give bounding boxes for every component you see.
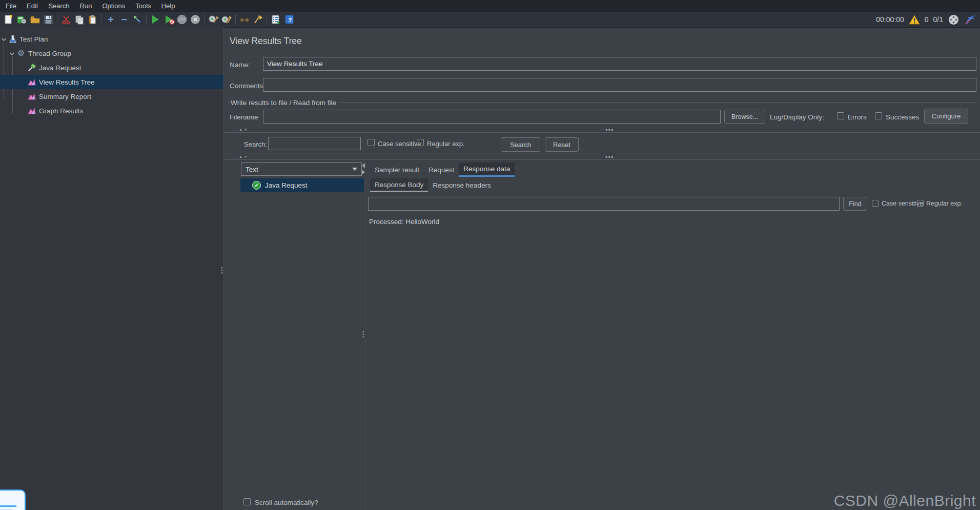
new-file-icon[interactable] [2,13,15,26]
menu-help[interactable]: Help [157,1,181,11]
menu-run[interactable]: Run [75,1,98,11]
add-icon[interactable]: + [104,13,117,26]
subtab-response-headers[interactable]: Response headers [428,178,495,192]
save-icon[interactable] [42,13,55,26]
tab-sampler-result[interactable]: Sampler result [370,162,424,177]
toolbar-separator [57,14,57,25]
chevron-down-icon [352,168,357,171]
chevron-down-icon[interactable] [9,51,15,56]
tree-item-label: Java Request [39,64,81,72]
tree-item-view-results-tree[interactable]: View Results Tree [0,75,223,89]
chevron-down-icon[interactable] [1,36,7,42]
help-icon[interactable]: ? [282,13,296,26]
results-splitter[interactable] [365,160,365,510]
tree-item-test-plan[interactable]: Test Plan [0,32,223,46]
tree-item-thread-group[interactable]: ⚙ Thread Group [0,46,223,60]
toolbar-separator [235,14,236,25]
scroll-automatically-checkbox[interactable] [243,498,251,505]
paste-icon[interactable] [86,13,99,26]
splitter-collapse-arrows[interactable]: ▲▼ [239,155,249,158]
successes-checkbox[interactable] [875,112,882,119]
test-stopped-indicator-icon [948,13,959,26]
tree-item-graph-results[interactable]: Graph Results [0,104,223,118]
find-regular-exp-label: Regular exp. [926,200,963,207]
tree-item-label: Thread Group [28,50,71,57]
find-input[interactable] [368,197,840,211]
svg-text:?: ? [288,17,292,23]
results-splitter-handle[interactable]: ••• [362,331,364,338]
menu-file[interactable]: File [1,1,22,11]
shutdown-icon[interactable]: ✕ [189,13,202,26]
cut-icon[interactable] [59,13,73,26]
find-button[interactable]: Find [843,197,867,211]
corner-popup[interactable] [0,489,26,510]
menu-options[interactable]: Options [97,1,131,11]
toolbar-status: 00:00:00 0 0/1 [876,12,976,27]
menu-bar: File Edit Search Run Options Tools Help [0,0,980,12]
find-regular-exp-checkbox[interactable] [917,200,924,207]
configure-button[interactable]: Configure [924,109,968,124]
renderer-select[interactable]: Text [241,162,362,176]
function-helper-icon[interactable] [269,13,282,26]
splitter-collapse-left-icon[interactable] [362,163,365,168]
comments-input[interactable] [263,78,976,92]
thread-count: 0/1 [933,15,943,24]
find-case-sensitive-checkbox[interactable] [872,200,879,207]
templates-icon[interactable] [15,13,28,26]
tab-response-data[interactable]: Response data [459,162,515,177]
successes-label: Successes [886,113,919,121]
clear-all-icon[interactable] [220,13,233,26]
toolbar-separator [204,14,205,25]
search-icon[interactable] [238,13,251,26]
search-case-sensitive-checkbox[interactable] [368,139,375,146]
splitter-collapse-right-icon[interactable] [362,170,365,175]
scroll-automatically-label: Scroll automatically? [255,499,318,506]
subtab-response-body[interactable]: Response Body [370,178,428,192]
response-body-text: Processed: HelloWorld [369,218,439,226]
java-request-icon [28,64,36,72]
menu-edit[interactable]: Edit [22,1,44,11]
errors-checkbox[interactable] [837,112,844,119]
graph-results-icon [28,107,36,115]
start-icon[interactable] [149,13,162,26]
clear-icon[interactable] [207,13,220,26]
name-input[interactable] [263,57,976,71]
horizontal-splitter[interactable]: ▲▼ ••• [223,128,980,133]
menu-tools[interactable]: Tools [131,1,156,11]
stop-icon[interactable]: STOP [175,13,189,26]
search-button[interactable]: Search [501,137,540,152]
search-input[interactable] [268,137,361,150]
tree-item-summary-report[interactable]: Summary Report [0,89,223,104]
copy-icon[interactable] [73,13,86,26]
result-item-label: Java Request [265,181,308,189]
reset-icon[interactable] [131,13,144,26]
toolbar: + − STOP ✕ ? [0,12,980,28]
tree-item-label: View Results Tree [39,78,95,86]
test-plan-icon [9,35,17,43]
jmeter-logo-icon [964,13,976,26]
toolbar-separator [267,14,267,25]
menu-search[interactable]: Search [44,1,75,11]
horizontal-splitter[interactable]: ▲▼ ••• [223,155,980,160]
response-subtab-bar: Response Body Response headers [365,178,980,192]
browse-button[interactable]: Browse... [724,110,765,124]
page-title: View Results Tree [230,36,302,47]
watermark: CSDN @AllenBright [834,492,976,509]
test-plan-tree: Test Plan ⚙ Thread Group Java Request Vi… [0,27,224,510]
search-regular-exp-label: Regular exp. [427,140,465,148]
filename-input[interactable] [263,110,721,124]
clear-search-icon[interactable] [251,13,264,26]
tree-item-java-request[interactable]: Java Request [0,60,223,75]
success-shield-icon: ✓ [252,181,261,190]
tab-request[interactable]: Request [424,162,459,177]
start-no-timers-icon[interactable] [162,13,175,26]
renderer-selected-value: Text [246,166,258,173]
splitter-collapse-arrows[interactable]: ▲▼ [239,128,249,131]
remove-icon[interactable]: − [117,13,131,26]
result-item-java-request[interactable]: ✓ Java Request [240,178,364,192]
tree-splitter-handle[interactable]: ••• [221,267,223,274]
reset-button[interactable]: Reset [545,137,579,152]
log-errors-warning-icon[interactable] [909,13,920,26]
open-icon[interactable] [28,13,42,26]
search-regular-exp-checkbox[interactable] [417,139,424,146]
